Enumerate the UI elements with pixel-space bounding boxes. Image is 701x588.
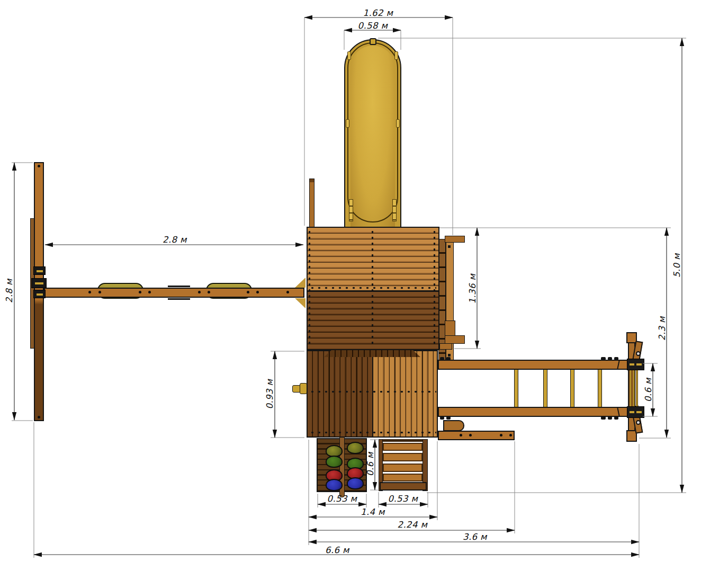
beam-gusset bbox=[295, 298, 305, 308]
dim-label-stairs-run: 0.6 м bbox=[365, 452, 375, 476]
monkeybar-rung bbox=[543, 369, 547, 407]
tube-rim-tab bbox=[396, 119, 400, 128]
bolt bbox=[38, 165, 40, 167]
rail-cleat bbox=[608, 357, 612, 360]
bolt bbox=[247, 291, 249, 293]
flag-post bbox=[309, 179, 314, 227]
monkeybar-rung bbox=[598, 369, 602, 407]
brace-bolt bbox=[636, 351, 641, 356]
lower-deck-left bbox=[307, 350, 373, 438]
dim-label-roof-slide-width: 1.62 м bbox=[363, 8, 393, 18]
deck-bolt-row bbox=[309, 390, 436, 393]
dim-label-deck-depth: 0.93 м bbox=[265, 379, 275, 409]
tube-joint-strip bbox=[349, 199, 353, 221]
dim-label-swing-frame-depth: 2.8 м bbox=[4, 279, 14, 303]
rail-cleat bbox=[440, 416, 444, 420]
dim-label-deck-width: 1.4 м bbox=[361, 507, 385, 517]
tube-joint-strip bbox=[392, 199, 397, 221]
swing-hanger-bracket bbox=[33, 266, 46, 275]
dim-label-beam-extent: 2.24 м bbox=[398, 520, 428, 530]
playground-top-view-drawing: 1.62 м 0.58 м 2.8 м 2.8 м 5.0 м 1.36 м 2… bbox=[0, 0, 701, 588]
bolt bbox=[208, 291, 210, 293]
dim-label-tube-width: 0.58 м bbox=[358, 21, 388, 31]
brace-bolt bbox=[636, 420, 641, 425]
dim-label-ladder-extent: 3.6 м bbox=[463, 532, 487, 542]
deck-handle-cap bbox=[300, 383, 307, 394]
tube-rim-tab bbox=[347, 51, 351, 60]
ladder-rung-strip bbox=[630, 366, 632, 406]
climbing-hold-green bbox=[326, 456, 343, 468]
rail-cleat bbox=[446, 416, 451, 420]
climbing-hold-blue bbox=[347, 477, 364, 489]
stair-tread bbox=[383, 474, 423, 482]
climb-panel-tab bbox=[439, 343, 452, 350]
bolt bbox=[139, 291, 141, 293]
rail-bracket bbox=[627, 359, 644, 370]
dim-label-monkeybar-width: 0.6 м bbox=[643, 378, 653, 402]
rail-cleat bbox=[440, 357, 444, 360]
bolt bbox=[469, 434, 472, 436]
stair-tread bbox=[383, 453, 423, 461]
bolt bbox=[500, 434, 502, 436]
roof-ridge-bolt-row bbox=[309, 287, 436, 289]
ground-support-beam bbox=[438, 431, 515, 440]
monkeybar-rung bbox=[514, 369, 518, 407]
dim-label-monkeybar-end-depth: 2.3 м bbox=[657, 316, 667, 341]
rail-cleat bbox=[608, 416, 612, 420]
dim-label-rockwall-width: 0.53 м bbox=[327, 494, 357, 504]
climbing-hold-blue bbox=[326, 479, 343, 491]
climb-panel-cap-top bbox=[445, 236, 465, 243]
dim-label-overall-depth: 5.0 м bbox=[672, 253, 682, 278]
dim-label-side-panel-length: 1.36 м bbox=[468, 274, 478, 304]
bolt bbox=[98, 291, 101, 293]
bolt bbox=[198, 291, 201, 293]
deck-bolt-row bbox=[309, 431, 436, 434]
bolt bbox=[88, 291, 91, 293]
climbing-hold-olive bbox=[347, 442, 364, 454]
climb-panel-cap-bottom bbox=[445, 335, 465, 344]
monkeybar-rail-bottom bbox=[438, 407, 628, 417]
bolt bbox=[286, 291, 289, 293]
bolt bbox=[448, 245, 451, 248]
rail-bracket bbox=[627, 406, 644, 418]
tube-rim-tab bbox=[346, 119, 349, 128]
beam-gusset bbox=[295, 278, 305, 288]
monkeybar-rung bbox=[570, 369, 574, 407]
swing-beam-splice bbox=[168, 286, 190, 300]
stairs-top-edge bbox=[383, 439, 423, 442]
deck-corner-handle bbox=[443, 420, 464, 431]
rail-cleat bbox=[614, 416, 618, 420]
rail-cleat bbox=[601, 416, 606, 420]
stair-tread bbox=[383, 464, 423, 472]
bolt bbox=[460, 434, 462, 436]
tube-rim-tab bbox=[394, 51, 398, 60]
bolt bbox=[448, 354, 451, 357]
bolt bbox=[38, 416, 40, 418]
dim-label-swing-beam-span: 2.8 м bbox=[163, 235, 187, 245]
bolt bbox=[509, 434, 512, 436]
stairs-base bbox=[380, 482, 427, 491]
rail-cleat bbox=[614, 357, 618, 360]
dim-label-overall-width: 6.6 м bbox=[325, 545, 349, 555]
stair-tread bbox=[383, 443, 423, 451]
lower-deck-right bbox=[372, 350, 438, 438]
tube-top-clip bbox=[370, 38, 376, 45]
monkeybar-rail-top bbox=[438, 360, 628, 370]
climb-panel-brace bbox=[445, 320, 455, 336]
bolt bbox=[256, 291, 259, 293]
roof-eave bbox=[324, 349, 420, 357]
swing-hanger-bracket bbox=[31, 278, 47, 288]
dim-label-stairs-width: 0.53 м bbox=[388, 494, 418, 504]
tube-slide-rim bbox=[347, 42, 398, 222]
rail-cleat bbox=[446, 357, 451, 360]
bolt bbox=[148, 291, 151, 293]
swing-hanger-bracket bbox=[33, 290, 46, 298]
rail-cleat bbox=[601, 357, 606, 360]
ladder-rung-strip bbox=[636, 366, 638, 406]
ladder-rung-strip bbox=[633, 366, 635, 406]
